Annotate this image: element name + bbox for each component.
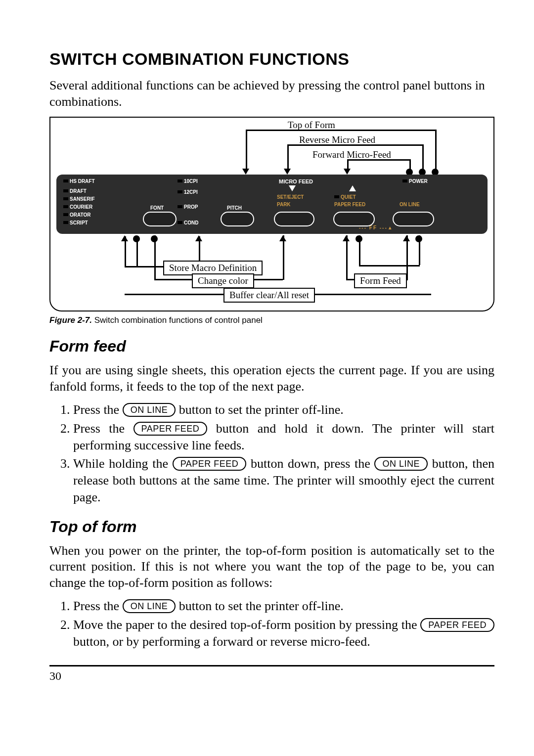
paperfeed-button-pill: PAPER FEED [420, 618, 494, 632]
label-buffer-reset: Buffer clear/All reset [223, 288, 315, 303]
online-button-pill: ON LINE [123, 599, 176, 613]
paperfeed-button-pill: PAPER FEED [173, 457, 247, 471]
online-button-pill: ON LINE [374, 457, 428, 471]
list-item: Press the ON LINE button to set the prin… [73, 401, 494, 418]
label-form-feed: Form Feed [354, 273, 407, 288]
list-item: While holding the PAPER FEED button down… [73, 455, 494, 505]
form-feed-intro: If you are using single sheets, this ope… [49, 362, 494, 395]
list-item: Press the PAPER FEED button and hold it … [73, 420, 494, 454]
list-item: Move the paper to the desired top-of-for… [73, 617, 494, 650]
online-button-pill: ON LINE [123, 403, 176, 417]
label-change-color: Change color [192, 273, 254, 288]
document-page: SWITCH COMBINATION FUNCTIONS Several add… [0, 0, 534, 756]
figure-2-7: Top of Form Reverse Micro Feed Forward M… [49, 117, 494, 311]
form-feed-steps: Press the ON LINE button to set the prin… [49, 401, 494, 506]
top-of-form-intro: When you power on the printer, the top-o… [49, 543, 494, 591]
paperfeed-button-pill: PAPER FEED [134, 422, 208, 436]
main-heading: SWITCH COMBINATION FUNCTIONS [49, 49, 494, 69]
label-top-of-form: Top of Form [288, 120, 335, 131]
label-forward-micro: Forward Micro-Feed [312, 149, 391, 160]
list-item: Press the ON LINE button to set the prin… [73, 598, 494, 615]
page-number: 30 [49, 669, 494, 683]
label-reverse-micro: Reverse Micro Feed [299, 134, 375, 145]
footer-rule [49, 665, 494, 667]
intro-paragraph: Several additional functions can be achi… [49, 78, 494, 110]
heading-top-of-form: Top of form [49, 518, 494, 536]
figure-caption: Figure 2-7. Switch combination functions… [49, 315, 494, 325]
panel-pitch-button [221, 212, 254, 226]
heading-form-feed: Form feed [49, 337, 494, 356]
panel-set-eject-button [274, 212, 314, 226]
panel-online-button [393, 212, 434, 226]
panel-paper-feed-button [333, 212, 375, 226]
control-panel: HS DRAFT DRAFT SANSERIF COURIER ORATOR S… [56, 175, 488, 234]
top-of-form-steps: Press the ON LINE button to set the prin… [49, 598, 494, 650]
panel-font-button [143, 212, 177, 226]
